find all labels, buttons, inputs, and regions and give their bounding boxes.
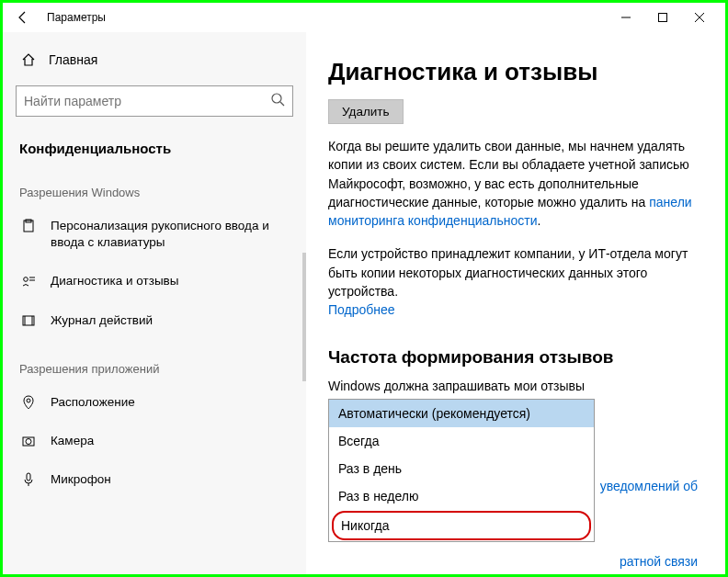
nav-label: Диагностика и отзывы — [51, 273, 178, 289]
category-label: Конфиденциальность — [3, 133, 306, 176]
arrow-left-icon — [16, 10, 30, 25]
main-panel: Диагностика и отзывы Удалить Когда вы ре… — [306, 32, 725, 574]
nav-item-ink-typing[interactable]: Персонализация рукописного ввода и ввода… — [3, 207, 306, 262]
dropdown-option-always[interactable]: Всегда — [329, 427, 594, 455]
nav-label: Персонализация рукописного ввода и ввода… — [51, 218, 290, 251]
nav-item-activity[interactable]: Журнал действий — [3, 301, 306, 340]
location-icon — [19, 395, 38, 410]
feedback-frequency-dropdown[interactable]: Автоматически (рекомендуется) Всегда Раз… — [328, 399, 595, 542]
nav-label: Расположение — [51, 394, 135, 411]
delete-description: Когда вы решите удалить свои данные, мы … — [328, 137, 698, 230]
microphone-icon — [19, 472, 38, 487]
search-box[interactable] — [16, 85, 293, 117]
svg-line-5 — [280, 102, 284, 106]
minimize-icon — [621, 13, 631, 22]
home-label: Главная — [49, 52, 97, 67]
svg-point-4 — [272, 94, 281, 103]
nav-label: Камера — [51, 433, 94, 449]
camera-icon — [19, 434, 38, 448]
minimize-button[interactable] — [608, 5, 644, 30]
company-description: Если устройство принадлежит компании, у … — [328, 244, 698, 319]
home-nav[interactable]: Главная — [3, 43, 306, 76]
svg-point-14 — [26, 439, 31, 445]
svg-rect-15 — [27, 473, 30, 481]
sidebar: Главная Конфиденциальность Разрешения Wi… — [3, 32, 306, 574]
dropdown-option-daily[interactable]: Раз в день — [329, 455, 594, 482]
svg-rect-1 — [659, 14, 667, 22]
maximize-icon — [658, 13, 667, 22]
back-button[interactable] — [10, 5, 36, 30]
partial-link-notifications[interactable]: уведомлений об — [600, 479, 698, 493]
nav-label: Журнал действий — [51, 312, 153, 329]
nav-item-microphone[interactable]: Микрофон — [3, 460, 306, 499]
nav-item-camera[interactable]: Камера — [3, 422, 306, 460]
partial-link-feedback[interactable]: ратной связи — [620, 554, 698, 569]
close-icon — [695, 13, 704, 22]
maximize-button[interactable] — [644, 5, 681, 30]
search-icon — [270, 92, 285, 110]
nav-item-diagnostics[interactable]: Диагностика и отзывы — [3, 262, 306, 300]
svg-point-8 — [24, 277, 28, 282]
titlebar: Параметры — [3, 3, 725, 32]
feedback-frequency-heading: Частота формирования отзывов — [328, 347, 698, 368]
section-header-windows: Разрешения Windows — [3, 176, 306, 207]
search-input[interactable] — [24, 94, 270, 108]
nav-label: Микрофон — [51, 471, 111, 488]
dropdown-option-never[interactable]: Никогда — [332, 511, 591, 540]
nav-item-location[interactable]: Расположение — [3, 383, 306, 422]
feedback-icon — [19, 274, 38, 288]
section-header-apps: Разрешения приложений — [3, 353, 306, 383]
clipboard-icon — [19, 219, 38, 233]
page-heading: Диагностика и отзывы — [328, 58, 698, 86]
svg-point-12 — [27, 399, 30, 402]
home-icon — [19, 52, 38, 67]
feedback-frequency-label: Windows должна запрашивать мои отзывы — [328, 379, 698, 393]
close-button[interactable] — [681, 5, 718, 30]
film-icon — [19, 313, 38, 328]
window-title: Параметры — [47, 11, 106, 24]
dropdown-option-auto[interactable]: Автоматически (рекомендуется) — [329, 400, 594, 427]
dropdown-option-weekly[interactable]: Раз в неделю — [329, 482, 594, 510]
learn-more-link[interactable]: Подробнее — [328, 302, 395, 317]
delete-button[interactable]: Удалить — [328, 99, 404, 124]
